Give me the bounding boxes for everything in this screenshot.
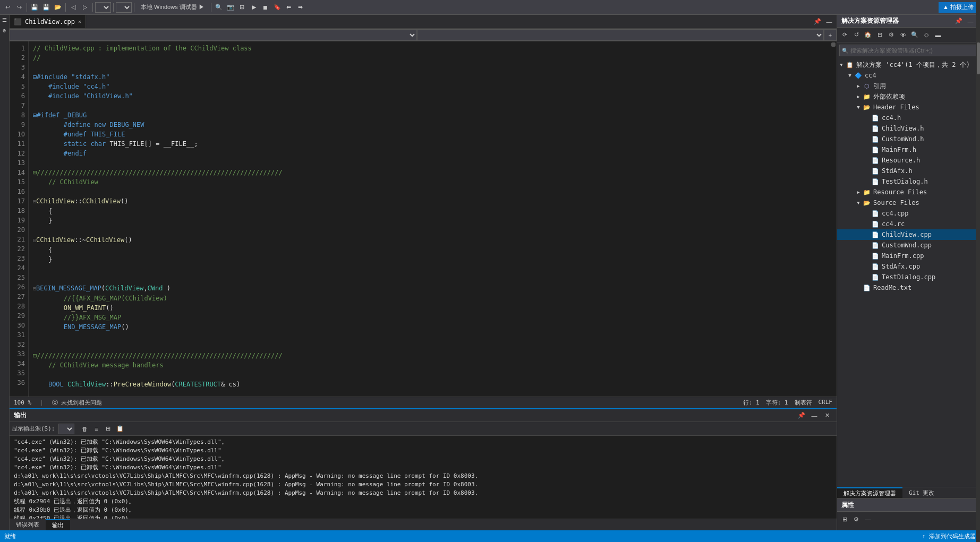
tree-item-header[interactable]: ▼ 📂 Header Files <box>837 102 980 113</box>
panel-minimize-btn[interactable]: — <box>965 16 976 27</box>
add-code-label[interactable]: ↑ 添加到代码生成器 <box>922 532 976 540</box>
prop-btn3[interactable]: — <box>863 514 873 524</box>
tree-item-mainfrncpp[interactable]: ▶ 📄 MainFrm.cpp <box>837 251 980 261</box>
output-scrollbar[interactable] <box>976 0 980 542</box>
output-pin-btn[interactable]: 📌 <box>796 410 807 421</box>
tree-item-external[interactable]: ▶ 📁 外部依赖项 <box>837 91 980 102</box>
se-home-btn[interactable]: 🏠 <box>863 30 873 40</box>
editor-scrollbar[interactable] <box>830 41 837 397</box>
output-content[interactable]: "cc4.exe" (Win32): 已加载 "C:\Windows\SysWO… <box>10 436 837 519</box>
rect-btn[interactable]: ⊞ <box>237 2 248 13</box>
tree-item-stdafxcpp[interactable]: ▶ 📄 StdAfx.cpp <box>837 261 980 272</box>
back-btn[interactable]: ◁ <box>68 2 79 13</box>
tree-item-childviewcpp[interactable]: ▶ 📄 ChildView.cpp <box>837 229 980 240</box>
ref-icon: ⬡ <box>863 82 871 90</box>
se-code-btn[interactable]: ◇ <box>921 30 932 40</box>
output-tab-output[interactable]: 输出 <box>46 519 70 530</box>
h-icon: 📄 <box>871 145 880 154</box>
config-dropdown[interactable]: Debug <box>95 2 111 13</box>
se-collapse-btn[interactable]: ⊟ <box>874 30 885 40</box>
h-icon: 📄 <box>871 124 880 133</box>
code-editor: 12345 678910 1112131415 1617181920 21222… <box>10 41 837 397</box>
se-refresh-btn[interactable]: ↺ <box>851 30 862 40</box>
header-label: Header Files <box>873 104 919 111</box>
tree-item-testdialogcpp[interactable]: ▶ 📄 TestDialog.cpp <box>837 272 980 282</box>
nav-btn2[interactable]: ➡ <box>295 2 306 13</box>
bookmark-btn[interactable]: 🔖 <box>272 2 283 13</box>
output-copy-btn[interactable]: 📋 <box>115 424 125 434</box>
tree-item-customwndh[interactable]: ▶ 📄 CustomWnd.h <box>837 134 980 144</box>
output-filter-btn[interactable]: ⊞ <box>103 424 114 434</box>
tree-item-cc4[interactable]: ▼ 🔷 cc4 <box>837 70 980 81</box>
open-btn[interactable]: 📂 <box>53 2 63 13</box>
tree-item-mainfrmh[interactable]: ▶ 📄 MainFrm.h <box>837 144 980 155</box>
tree-item-cc4h[interactable]: ▶ 📄 cc4.h <box>837 113 980 123</box>
se-minus-btn[interactable]: ▬ <box>933 30 943 40</box>
tree-item-customwndcpp[interactable]: ▶ 📄 CustomWnd.cpp <box>837 240 980 251</box>
tree-item-cc4cpp[interactable]: ▶ 📄 cc4.cpp <box>837 208 980 219</box>
fwd-btn[interactable]: ▷ <box>80 2 90 13</box>
output-tab-errors[interactable]: 错误列表 <box>10 519 46 530</box>
tab-close[interactable]: ✕ <box>78 19 81 24</box>
tree-item-stdafxh[interactable]: ▶ 📄 StdAfx.h <box>837 166 980 176</box>
dropdown-extra-btn[interactable]: + <box>824 29 837 41</box>
tree-item-readme[interactable]: ▶ 📄 ReadMe.txt <box>837 282 980 293</box>
se-search-btn[interactable]: 🔍 <box>909 30 920 40</box>
tree-item-cc4rc[interactable]: ▶ 📄 cc4.rc <box>837 219 980 229</box>
tree-item-testdialogh[interactable]: ▶ 📄 TestDialog.h <box>837 176 980 187</box>
minimize-btn[interactable]: — <box>824 16 834 27</box>
play-btn[interactable]: ▶ <box>249 2 259 13</box>
scope-dropdown-left[interactable]: cc4 <box>10 29 417 41</box>
tab-label: ChildView.cpp <box>25 18 75 25</box>
sidebar-icon-1[interactable]: ☰ <box>1 17 9 25</box>
cc4cpp-label: cc4.cpp <box>882 210 909 217</box>
save-all-btn[interactable]: 💾 <box>41 2 52 13</box>
tree-item-sourcefiles[interactable]: ▼ 📂 Source Files <box>837 197 980 208</box>
pin-btn[interactable]: 📌 <box>812 16 823 27</box>
redo-btn[interactable]: ↪ <box>14 2 24 13</box>
editor-tab-childview[interactable]: ⬛ ChildView.cpp ✕ <box>10 15 86 28</box>
output-source-select[interactable]: 调试 <box>58 424 74 434</box>
folder-icon: 📁 <box>863 92 871 101</box>
sep3 <box>92 3 93 12</box>
prop-btn2[interactable]: ⚙ <box>851 514 862 524</box>
output-tab-bar: 错误列表 输出 <box>10 519 837 530</box>
search-btn[interactable]: 🔍 <box>214 2 224 13</box>
tree-item-resourcefiles[interactable]: ▶ 📁 Resource Files <box>837 187 980 197</box>
platform-dropdown[interactable]: x86 <box>116 2 132 13</box>
run-btn[interactable]: 本地 Windows 调试器 ▶ <box>137 2 209 13</box>
solution-search-input[interactable] <box>850 47 975 54</box>
project-icon: 🔷 <box>854 71 863 80</box>
nav-btn1[interactable]: ⬅ <box>284 2 294 13</box>
tree-item-resourceh[interactable]: ▶ 📄 Resource.h <box>837 155 980 166</box>
tree-item-ref[interactable]: ▶ ⬡ 引用 <box>837 81 980 91</box>
save-btn[interactable]: 💾 <box>29 2 40 13</box>
output-panel: 输出 📌 — ✕ 显示输出源(S): 调试 🗑 ≡ ⊞ 📋 "cc4.exe" <box>10 408 837 530</box>
output-minimize-btn[interactable]: — <box>809 410 820 421</box>
solution-explorer-title: 解决方案资源管理器 📌 — <box>837 15 980 28</box>
panel-tab-git[interactable]: Git 更改 <box>902 487 941 498</box>
solution-icon: 📋 <box>846 61 854 69</box>
se-sync-btn[interactable]: ⟳ <box>839 30 850 40</box>
status-right: ↑ 添加到代码生成器 <box>922 532 976 540</box>
live-share-btn[interactable]: ▲ 拍摄上传 <box>939 2 978 13</box>
panel-pin-btn[interactable]: 📌 <box>953 16 964 27</box>
panel-tab-solution[interactable]: 解决方案资源管理器 <box>837 487 902 498</box>
scope-dropdown-right[interactable]: (全局范围) <box>417 29 824 41</box>
output-title-bar: 输出 📌 — ✕ <box>10 409 837 422</box>
stop-btn[interactable]: ⏹ <box>260 2 271 13</box>
undo-btn[interactable]: ↩ <box>2 2 13 13</box>
tab-bar: ⬛ ChildView.cpp ✕ 📌 — <box>10 15 837 29</box>
output-close-btn[interactable]: ✕ <box>822 410 832 421</box>
status-ready: 就绪 <box>4 532 16 540</box>
se-filter-btn[interactable]: ⚙ <box>886 30 897 40</box>
output-clear-btn[interactable]: 🗑 <box>80 424 90 434</box>
se-view-btn[interactable]: 👁 <box>898 30 908 40</box>
tree-item-solution[interactable]: ▼ 📋 解决方案 'cc4'(1 个项目，共 2 个) <box>837 59 980 70</box>
tree-item-childviewh[interactable]: ▶ 📄 ChildView.h <box>837 123 980 134</box>
code-content[interactable]: // ChildView.cpp : implementation of the… <box>29 41 830 397</box>
output-wrap-btn[interactable]: ≡ <box>91 424 102 434</box>
camera-btn[interactable]: 📷 <box>225 2 236 13</box>
sidebar-icon-2[interactable]: ⚙ <box>1 28 9 36</box>
prop-btn1[interactable]: ⊞ <box>839 514 850 524</box>
